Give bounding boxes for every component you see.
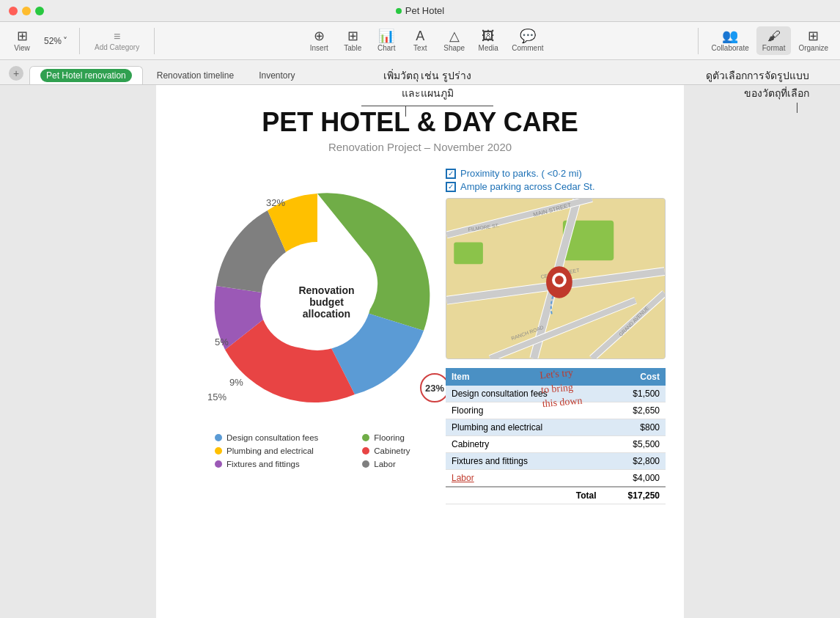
text-label: Text xyxy=(413,44,427,52)
organize-button[interactable]: ⊞ Organize xyxy=(792,26,834,55)
shape-icon: △ xyxy=(449,29,460,43)
comment-label: Comment xyxy=(512,44,543,52)
format-label: Format xyxy=(762,44,786,52)
format-icon: 🖌 xyxy=(767,29,781,43)
legend-label-design: Design consultation fees xyxy=(226,433,318,442)
chart-legend: Design consultation fees Flooring Plumbi… xyxy=(215,433,466,468)
map-handwriting-notes: ✓ Proximity to parks. ( <0·2 mi) ✓ Ample… xyxy=(446,168,658,192)
legend-dot-design xyxy=(215,434,222,441)
format-button[interactable]: 🖌 Format xyxy=(756,26,792,55)
table-cell-item-4: Cabinetry xyxy=(446,436,603,453)
zoom-control[interactable]: 52% ˅ xyxy=(40,33,72,49)
table-total-value: $17,250 xyxy=(603,487,666,504)
zoom-value: 52% xyxy=(44,36,62,46)
table-header-cost: Cost xyxy=(603,368,666,386)
fullscreen-button[interactable] xyxy=(35,7,44,15)
toolbar-separator-3 xyxy=(698,28,699,54)
legend-label-plumbing: Plumbing and electrical xyxy=(226,446,314,455)
view-button[interactable]: ⊞ View xyxy=(6,26,38,55)
document: PET HOTEL & DAY CARE Renovation Project … xyxy=(156,85,684,618)
donut-svg xyxy=(178,168,457,417)
annotation-thai-format: ดูตัวเลือกการจัดรูปแบบ ของวัตถุที่เลือก xyxy=(706,85,809,103)
table-cell-item-6: Labor xyxy=(446,470,603,488)
legend-item-fixtures: Fixtures and fittings xyxy=(215,460,318,468)
legend-label-fixtures: Fixtures and fittings xyxy=(226,460,300,468)
hw-bring-down: Let's try to bring this down xyxy=(539,365,583,411)
checkbox-1[interactable]: ✓ xyxy=(446,169,456,179)
tab-pet-hotel-renovation[interactable]: Pet Hotel renovation xyxy=(29,66,143,84)
organize-label: Organize xyxy=(798,44,828,52)
window-title-area: Pet Hotel xyxy=(396,5,444,16)
hw-bring-down-text: Let's try to bring this down xyxy=(539,367,583,410)
legend-dot-fixtures xyxy=(215,460,222,468)
chart-label: Chart xyxy=(377,44,395,52)
legend-item-design: Design consultation fees xyxy=(215,433,318,442)
add-category-label: Add Category xyxy=(95,43,139,51)
chart-area[interactable]: Renovation budget allocation 32% 16% 5% … xyxy=(185,168,655,476)
close-button[interactable] xyxy=(9,7,18,15)
tab-inventory[interactable]: Inventory xyxy=(248,66,306,84)
collaborate-button[interactable]: 👥 Collaborate xyxy=(706,26,755,55)
tab-label-3: Inventory xyxy=(259,70,295,81)
hw-note-text-2: Ample parking across Cedar St. xyxy=(460,181,595,192)
toolbar-separator-2 xyxy=(154,28,155,54)
pct-label-5: 5% xyxy=(215,336,229,347)
table-total-label: Total xyxy=(446,487,603,504)
view-group: ⊞ View 52% ˅ xyxy=(6,26,72,55)
window-title: Pet Hotel xyxy=(405,5,444,16)
chart-button[interactable]: 📊 Chart xyxy=(370,26,402,55)
view-label: View xyxy=(14,44,30,52)
add-tab-button[interactable]: + xyxy=(9,66,23,81)
svg-point-20 xyxy=(555,276,564,284)
legend-dot-plumbing xyxy=(215,447,222,455)
add-category-button[interactable]: ≡ Add Category xyxy=(87,27,147,54)
map-svg: MAIN STREET FILMORE ST. CEDAR STREET RAN… xyxy=(446,199,665,358)
table-row[interactable]: Fixtures and fittings $2,800 xyxy=(446,453,666,470)
doc-title: PET HOTEL & DAY CARE xyxy=(185,107,655,138)
table-cell-cost-6: $4,000 xyxy=(603,470,666,488)
checkbox-2[interactable]: ✓ xyxy=(446,182,456,192)
zoom-chevron-icon: ˅ xyxy=(63,36,67,46)
document-status-dot xyxy=(396,8,402,14)
minimize-button[interactable] xyxy=(22,7,31,15)
pct-label-32: 32% xyxy=(266,197,285,208)
table-cell-cost-4: $5,500 xyxy=(603,436,666,453)
tab-label-2: Renovation timeline xyxy=(157,70,234,81)
toolbar-separator-1 xyxy=(79,28,80,54)
legend-label-labor: Labor xyxy=(374,460,395,468)
shape-button[interactable]: △ Shape xyxy=(438,26,471,55)
media-button[interactable]: 🖼 Media xyxy=(472,26,504,55)
insert-label: Insert xyxy=(310,44,328,52)
table-row[interactable]: Cabinetry $5,500 xyxy=(446,436,666,453)
tab-active-label: Pet Hotel renovation xyxy=(40,69,132,82)
pct-label-15: 15% xyxy=(207,391,226,402)
text-icon: A xyxy=(416,29,424,43)
chart-icon: 📊 xyxy=(378,29,394,43)
map-image[interactable]: MAIN STREET FILMORE ST. CEDAR STREET RAN… xyxy=(446,198,666,359)
media-label: Media xyxy=(479,44,498,52)
view-icon: ⊞ xyxy=(17,29,28,43)
insert-icon: ⊕ xyxy=(314,29,325,43)
collaborate-label: Collaborate xyxy=(712,44,749,52)
table-cell-cost-5: $2,800 xyxy=(603,453,666,470)
comment-button[interactable]: 💬 Comment xyxy=(506,26,549,55)
toolbar-right-group: 👥 Collaborate 🖌 Format ⊞ Organize xyxy=(706,26,834,55)
right-panel: ✓ Proximity to parks. ( <0·2 mi) ✓ Ample… xyxy=(446,168,658,504)
table-button[interactable]: ⊞ Table xyxy=(336,26,369,55)
add-category-icon: ≡ xyxy=(114,30,120,43)
legend-dot-labor xyxy=(362,460,369,468)
media-icon: 🖼 xyxy=(482,29,495,43)
pct-label-9: 9% xyxy=(229,377,243,388)
table-row[interactable]: Plumbing and electrical $800 xyxy=(446,419,666,436)
table-cell-cost-1: $1,500 xyxy=(603,386,666,402)
text-button[interactable]: A Text xyxy=(404,26,436,55)
table-cell-item-5: Fixtures and fittings xyxy=(446,453,603,470)
table-row-labor[interactable]: Labor $4,000 xyxy=(446,470,666,488)
table-icon: ⊞ xyxy=(347,29,358,43)
hw-note-text-1: Proximity to parks. ( <0·2 mi) xyxy=(460,168,582,179)
tab-renovation-timeline[interactable]: Renovation timeline xyxy=(146,66,245,84)
toolbar-insert-group: ⊕ Insert ⊞ Table 📊 Chart A Text △ Shape … xyxy=(162,26,690,55)
tab-bar: + Pet Hotel renovation Renovation timeli… xyxy=(0,60,840,85)
legend-label-flooring: Flooring xyxy=(374,433,405,442)
insert-button[interactable]: ⊕ Insert xyxy=(303,26,335,55)
